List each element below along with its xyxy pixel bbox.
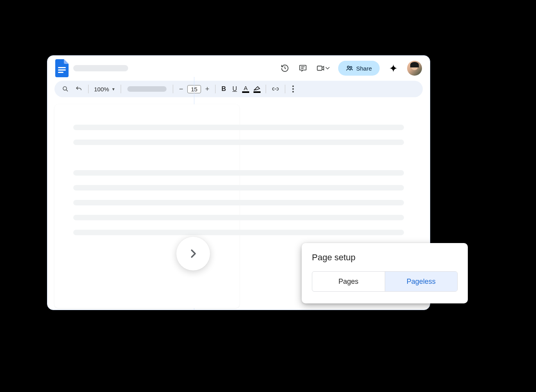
separator: [285, 85, 285, 93]
text-placeholder-line: [73, 140, 404, 145]
formatting-toolbar: 100% ▼ − 15 + B U A: [54, 81, 423, 97]
separator: [88, 85, 89, 93]
page-setup-title: Page setup: [312, 252, 458, 263]
expand-chevron-fab[interactable]: [176, 237, 210, 270]
page-mode-segmented-control: Pages Pageless: [312, 271, 458, 292]
font-size-increase[interactable]: +: [203, 85, 211, 93]
insert-link-icon[interactable]: [270, 83, 281, 94]
more-options-icon[interactable]: [289, 85, 297, 93]
page-setup-popover: Page setup Pages Pageless: [302, 243, 468, 303]
separator: [121, 85, 121, 93]
bold-button[interactable]: B: [219, 85, 228, 93]
highlight-color-button[interactable]: [252, 85, 262, 93]
font-family-placeholder[interactable]: [127, 86, 167, 92]
svg-point-7: [347, 66, 349, 68]
font-size-decrease[interactable]: −: [177, 85, 185, 93]
separator: [215, 85, 215, 93]
share-label: Share: [356, 65, 372, 72]
video-call-button[interactable]: [316, 64, 330, 73]
separator: [173, 85, 173, 93]
caret-down-icon: ▼: [111, 87, 115, 91]
svg-rect-2: [58, 72, 63, 73]
text-placeholder-line: [73, 170, 404, 176]
caret-down-icon: [326, 67, 330, 69]
text-placeholder-line: [73, 215, 404, 220]
document-title-placeholder[interactable]: [73, 65, 128, 71]
underline-button[interactable]: U: [230, 85, 239, 93]
pages-option[interactable]: Pages: [312, 272, 385, 291]
chevron-right-icon: [187, 248, 199, 260]
share-button[interactable]: Share: [338, 61, 380, 76]
text-placeholder-line: [73, 230, 404, 235]
zoom-value: 100%: [94, 86, 109, 93]
comment-icon[interactable]: [298, 64, 308, 73]
document-page: [54, 104, 239, 308]
svg-point-9: [63, 87, 67, 90]
text-placeholder-line: [73, 200, 404, 205]
account-avatar[interactable]: [407, 61, 422, 76]
people-icon: [346, 65, 353, 72]
text-placeholder-line: [73, 125, 404, 130]
svg-line-10: [66, 90, 68, 91]
undo-icon[interactable]: [73, 83, 84, 94]
docs-logo-icon[interactable]: [55, 59, 69, 77]
svg-rect-1: [58, 69, 66, 71]
zoom-dropdown[interactable]: 100% ▼: [92, 86, 117, 93]
svg-rect-3: [300, 65, 306, 70]
svg-rect-6: [317, 66, 322, 71]
text-color-button[interactable]: A: [241, 85, 250, 93]
header-bar: Share: [47, 56, 430, 81]
header-actions: Share: [280, 61, 422, 76]
search-icon[interactable]: [60, 83, 71, 94]
pageless-option[interactable]: Pageless: [385, 272, 458, 291]
separator: [266, 85, 266, 93]
svg-point-8: [350, 67, 352, 69]
svg-rect-0: [58, 67, 66, 68]
history-icon[interactable]: [280, 64, 290, 73]
text-placeholder-line: [73, 185, 404, 191]
gemini-spark-icon[interactable]: [388, 63, 398, 73]
